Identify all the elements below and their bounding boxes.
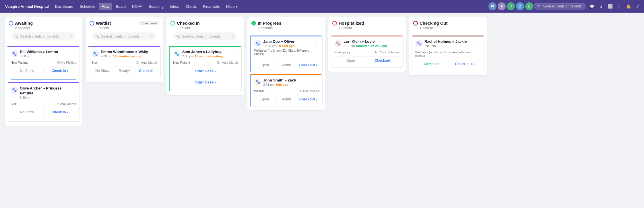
card-name-lori-lovie: Lori Klein » Lovie bbox=[344, 39, 394, 44]
col-icon-checking-out bbox=[413, 21, 418, 26]
card-title-rachel-jackie: Rachel Holmes » Jackie 2:01 pm bbox=[424, 39, 475, 48]
card-header-rachel-jackie: 🐾 Rachel Holmes » Jackie 2:01 pm ⌄ bbox=[415, 39, 481, 48]
card-bottom-bar-bill-lemon bbox=[11, 79, 76, 80]
start-case-btn-sam-ladybug[interactable]: Start Case › bbox=[176, 78, 234, 87]
card-time-emma-wally: 2:00 pm 12 minutes waiting bbox=[101, 55, 151, 58]
card-action-checkout---lori-lovie[interactable]: Checkout › bbox=[367, 57, 400, 65]
card-header-olive-petunia: 🐾 Olive Archer » Princess Petunia 3:30 p… bbox=[11, 86, 76, 99]
card-chevron-sam-ladybug[interactable]: ⌄ bbox=[234, 50, 238, 55]
card-action-open-jane-oliver[interactable]: Open bbox=[254, 61, 276, 69]
col-header-checking-out: Checking Out 1 patient bbox=[409, 17, 487, 34]
nav-item-nova[interactable]: NOVA bbox=[129, 3, 145, 10]
card-chevron-rachel-jackie[interactable]: ⌄ bbox=[477, 39, 481, 44]
nav-item-board[interactable]: Board bbox=[113, 3, 129, 10]
card-time-john-zack: 2:01 pm 10m ago bbox=[263, 83, 313, 86]
card-header-jane-oliver: 🐾 Jane Doe » Oliver 12:30 pm 1h 44m ago … bbox=[254, 39, 319, 48]
card-action-open-john-zack[interactable]: Open bbox=[254, 95, 276, 103]
col-header-in-progress: In Progress 2 patients bbox=[247, 17, 325, 34]
card-action-check-in---olive-petunia[interactable]: Check In › bbox=[44, 108, 76, 116]
card-body-rachel-jackie: 🐾 Rachel Holmes » Jackie 2:01 pm ⌄ Welln… bbox=[412, 36, 484, 71]
card-title-john-zack: John Smith » Zack 2:01 pm 10m ago bbox=[263, 78, 313, 86]
card-time-lori-lovie: 2:11 pm Admitted on 2:12 pm bbox=[344, 44, 394, 48]
col-search-waitlist[interactable]: 🔍 Search clients or patients + bbox=[92, 32, 156, 40]
card-chevron-jane-oliver[interactable]: ⌄ bbox=[315, 39, 319, 44]
card-chevron-emma-wally[interactable]: ⌄ bbox=[153, 50, 157, 55]
card-tag-olive-petunia: Sick bbox=[11, 102, 17, 106]
card-action-checkout---jane-oliver[interactable]: Checkout › bbox=[297, 61, 319, 69]
card-name-bill-lemon: Bill Williams » Lemon bbox=[20, 50, 70, 55]
column-in-progress: In Progress 2 patients 🐾 Jane Doe » Oliv… bbox=[247, 17, 325, 110]
col-title-hospitalized: Hospitalized bbox=[339, 21, 364, 26]
bell-icon[interactable]: 🔔 bbox=[624, 2, 633, 10]
nav-avatar-l[interactable]: L bbox=[525, 2, 533, 10]
card-doctor-lori-lovie: Dr. Clara Jeffereys bbox=[374, 50, 400, 54]
col-header-awaiting: Awaiting 2 patients 🔍 Search clients or … bbox=[5, 17, 82, 44]
card-time-rachel-jackie: 2:01 pm bbox=[424, 44, 475, 48]
search-icon: 🔍 bbox=[537, 4, 541, 8]
nav-item-dashboard[interactable]: Dashboard bbox=[52, 3, 76, 10]
card-chevron-olive-petunia[interactable]: ⌄ bbox=[72, 86, 76, 91]
card-pet-icon-olive-petunia: 🐾 bbox=[11, 86, 18, 94]
card-actions-lori-lovie: OpenCheckout › bbox=[334, 56, 400, 65]
nav-item-financials[interactable]: Financials bbox=[200, 3, 223, 10]
card-action-admit-john-zack[interactable]: Admit bbox=[276, 95, 297, 103]
check-icon[interactable]: ✓ bbox=[615, 2, 623, 10]
card-action-open-lori-lovie[interactable]: Open bbox=[334, 57, 367, 65]
card-doctor-bill-lemon: Olivia Phillips bbox=[57, 61, 76, 64]
col-count-in-progress: 2 patients bbox=[258, 26, 321, 30]
billing-icon[interactable]: $ bbox=[597, 2, 605, 10]
col-count-hospitalized: 1 patient bbox=[339, 26, 402, 30]
column-waitlist: Waitlist 30 min wait 1 patient 🔍 Search … bbox=[86, 17, 163, 82]
nav-item-flow[interactable]: Flow bbox=[99, 3, 112, 10]
card-time-extra-john-zack: 10m ago bbox=[276, 83, 288, 86]
card-action-checkout---john-zack[interactable]: Checkout › bbox=[297, 95, 319, 103]
nav-avatar-r[interactable]: R bbox=[498, 2, 506, 10]
chat-icon[interactable]: 💬 bbox=[588, 2, 596, 10]
card-action-check-in-emma-wally[interactable]: Check In bbox=[135, 67, 157, 75]
nav-item-inbox[interactable]: Inbox bbox=[167, 3, 182, 10]
help-icon[interactable]: ? bbox=[634, 2, 642, 10]
card-action-check-out---rachel-jackie[interactable]: Check-out › bbox=[448, 60, 481, 68]
nav-item-boarding[interactable]: Boarding bbox=[146, 3, 166, 10]
card-action-complete-rachel-jackie[interactable]: Complete bbox=[415, 60, 448, 68]
col-add-btn-checked-in[interactable]: + bbox=[232, 34, 234, 39]
start-case-btn-sam-ladybug[interactable]: Start Case › bbox=[176, 67, 234, 75]
nav-avatar-z[interactable]: Z bbox=[516, 2, 524, 10]
card-header-bill-lemon: 🐾 Bill Williams » Lemon 3:00 pm ⌄ bbox=[11, 50, 76, 58]
nav-item-more[interactable]: More ▾ bbox=[223, 3, 240, 10]
card-admitted-lori-lovie: Admitted on 2:12 pm bbox=[356, 44, 387, 48]
card-tag-sam-ladybug: New Patient bbox=[173, 61, 190, 64]
card-action-ready--emma-wally[interactable]: Ready! bbox=[113, 67, 135, 75]
col-badge-waitlist: 30 min wait bbox=[138, 21, 159, 25]
nav-item-clients[interactable]: Clients bbox=[183, 3, 200, 10]
card-time-bill-lemon: 3:00 pm bbox=[20, 55, 70, 58]
card-body-bill-lemon: 🐾 Bill Williams » Lemon 3:00 pm ⌄ New Pa… bbox=[7, 47, 79, 78]
card-chevron-lori-lovie[interactable]: ⌄ bbox=[396, 39, 400, 44]
card-header-sam-ladybug: 🐾 Sam Jones » Ladybug 2:00 pm 11 minutes… bbox=[173, 50, 238, 58]
card-emma-wally: 🐾 Emma Woodhouse » Wally 2:00 pm 12 minu… bbox=[88, 46, 161, 78]
col-add-btn-waitlist[interactable]: + bbox=[151, 34, 153, 39]
card-tag-lori-lovie: Emergency bbox=[334, 50, 350, 54]
card-action-no-show-olive-petunia[interactable]: No Show bbox=[11, 108, 43, 116]
card-title-emma-wally: Emma Woodhouse » Wally 2:00 pm 12 minute… bbox=[101, 50, 151, 58]
nav-avatar-j[interactable]: J bbox=[507, 2, 515, 10]
card-title-olive-petunia: Olive Archer » Princess Petunia 3:30 pm bbox=[20, 86, 70, 99]
column-checking-out: Checking Out 1 patient 🐾 Rachel Holmes »… bbox=[409, 17, 487, 75]
nav-search[interactable]: 🔍 Search clients or patients bbox=[534, 3, 585, 9]
nav-avatar-w[interactable]: W bbox=[488, 2, 496, 10]
col-header-hospitalized: Hospitalized 1 patient bbox=[328, 17, 406, 34]
card-chevron-bill-lemon[interactable]: ⌄ bbox=[72, 50, 76, 55]
card-action-no-show-bill-lemon[interactable]: No Show bbox=[11, 67, 43, 75]
nav-brand: Vetspire Animal Hospital bbox=[2, 4, 52, 9]
card-action-no-show-emma-wally[interactable]: No Show bbox=[92, 67, 113, 75]
nav-item-schedule[interactable]: Schedule bbox=[77, 3, 98, 10]
col-add-btn-awaiting[interactable]: + bbox=[70, 34, 72, 39]
screen-icon[interactable]: ⬜ bbox=[606, 2, 614, 10]
card-action-check-in---bill-lemon[interactable]: Check In › bbox=[44, 67, 76, 75]
card-pet-icon-john-zack: 🐾 bbox=[254, 78, 261, 86]
col-search-text-checked-in: Search clients or patients bbox=[182, 34, 221, 38]
card-chevron-john-zack[interactable]: ⌄ bbox=[315, 78, 319, 83]
col-search-awaiting[interactable]: 🔍 Search clients or patients + bbox=[11, 32, 75, 40]
col-search-checked-in[interactable]: 🔍 Search clients or patients + bbox=[173, 32, 237, 40]
card-action-admit-jane-oliver[interactable]: Admit bbox=[276, 61, 297, 69]
